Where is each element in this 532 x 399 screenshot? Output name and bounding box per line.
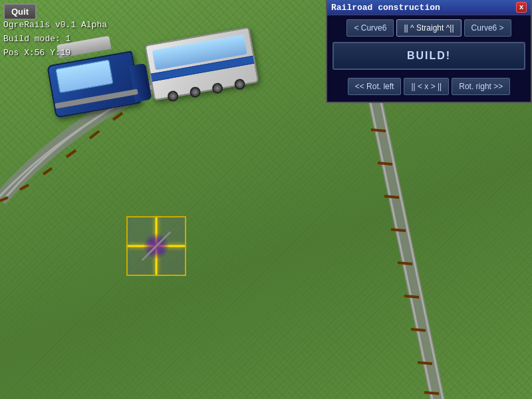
rotation-row: << Rot. left || < x > || Rot. right >> <box>327 74 531 96</box>
panel-titlebar: Railroad construction x <box>327 0 531 15</box>
svg-line-19 <box>418 362 432 364</box>
svg-line-20 <box>424 392 439 394</box>
wheel <box>189 86 201 98</box>
svg-line-18 <box>411 329 426 331</box>
car-stripe <box>151 56 255 82</box>
info-line-3: Pos X:56 Y:19 <box>3 47 107 61</box>
quit-button[interactable]: Quit <box>3 3 37 20</box>
track-type-row: < Curve6 || ^ Straight ^|| Curve6 > <box>327 15 531 38</box>
panel-title: Railroad construction <box>331 3 440 13</box>
rotate-mid-button[interactable]: || < x > || <box>404 78 449 95</box>
info-line-1: OgreRails v0.1 Alpha <box>3 19 107 33</box>
wheel <box>211 82 224 95</box>
curve6-right-button[interactable]: Curve6 > <box>464 19 511 37</box>
rotate-left-button[interactable]: << Rot. left <box>348 78 402 95</box>
panel-close-button[interactable]: x <box>516 2 527 13</box>
svg-line-2 <box>43 168 52 174</box>
diagonal-track <box>332 80 479 399</box>
locomotive <box>47 51 141 118</box>
cursor-box <box>126 216 186 276</box>
svg-line-16 <box>398 263 412 264</box>
straight-button[interactable]: || ^ Straight ^|| <box>396 19 461 37</box>
svg-line-13 <box>378 163 392 164</box>
car-wheels <box>161 77 252 103</box>
rotate-right-button[interactable]: Rot. right >> <box>452 78 510 95</box>
curve6-left-button[interactable]: < Curve6 <box>346 19 394 37</box>
svg-line-15 <box>391 229 406 231</box>
svg-line-17 <box>404 296 419 297</box>
wheel <box>233 78 246 91</box>
svg-line-14 <box>384 196 399 198</box>
info-overlay: OgreRails v0.1 Alpha Build mode: 1 Pos X… <box>3 19 107 60</box>
railroad-panel: Railroad construction x < Curve6 || ^ St… <box>326 0 532 103</box>
info-line-2: Build mode: 1 <box>3 33 107 47</box>
build-placement-cursor <box>123 213 190 279</box>
build-button[interactable]: BUILD! <box>332 42 525 70</box>
wheel <box>167 90 180 102</box>
svg-line-12 <box>371 130 386 131</box>
